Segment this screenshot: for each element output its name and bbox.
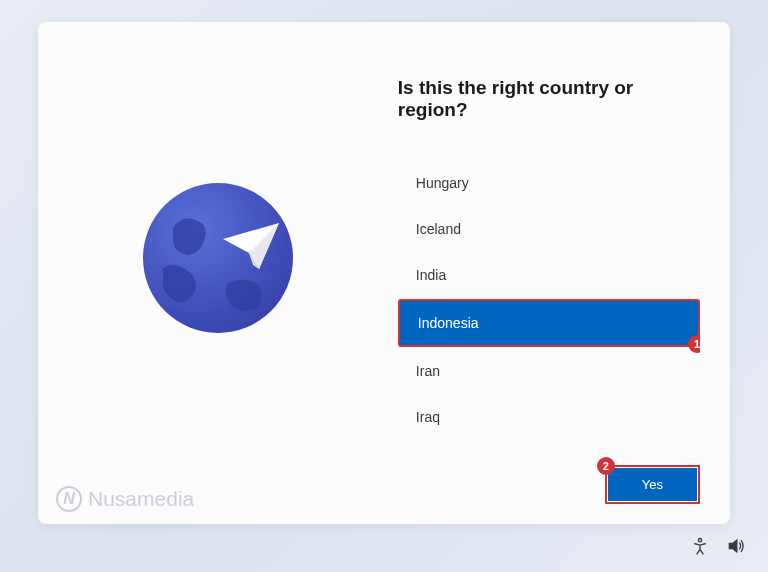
- accessibility-icon[interactable]: [690, 536, 710, 560]
- country-list[interactable]: Hungary Iceland India Indonesia 1 Iran I…: [398, 161, 700, 494]
- annotation-marker-2: 2: [597, 457, 615, 475]
- content-pane: Is this the right country or region? Hun…: [398, 22, 730, 524]
- list-item[interactable]: Iran: [398, 349, 700, 393]
- volume-icon[interactable]: [726, 536, 746, 560]
- watermark-logo-icon: N: [56, 486, 82, 512]
- list-item[interactable]: Iceland: [398, 207, 700, 251]
- watermark: N Nusamedia: [56, 486, 194, 512]
- list-item-label: Indonesia: [418, 315, 479, 331]
- annotation-marker-1: 1: [688, 335, 700, 353]
- illustration-pane: N Nusamedia: [38, 22, 398, 524]
- taskbar-icons: [690, 536, 746, 560]
- svg-point-0: [698, 539, 701, 542]
- list-item[interactable]: Iraq: [398, 395, 700, 439]
- list-item[interactable]: Hungary: [398, 161, 700, 205]
- watermark-text: Nusamedia: [88, 487, 194, 511]
- setup-card: N Nusamedia Is this the right country or…: [38, 22, 730, 524]
- list-item-selected[interactable]: Indonesia 1: [398, 299, 700, 347]
- page-title: Is this the right country or region?: [398, 77, 700, 121]
- yes-button-highlight: 2 Yes: [605, 465, 700, 504]
- list-item[interactable]: India: [398, 253, 700, 297]
- yes-button[interactable]: Yes: [608, 468, 697, 501]
- globe-icon: [143, 183, 293, 333]
